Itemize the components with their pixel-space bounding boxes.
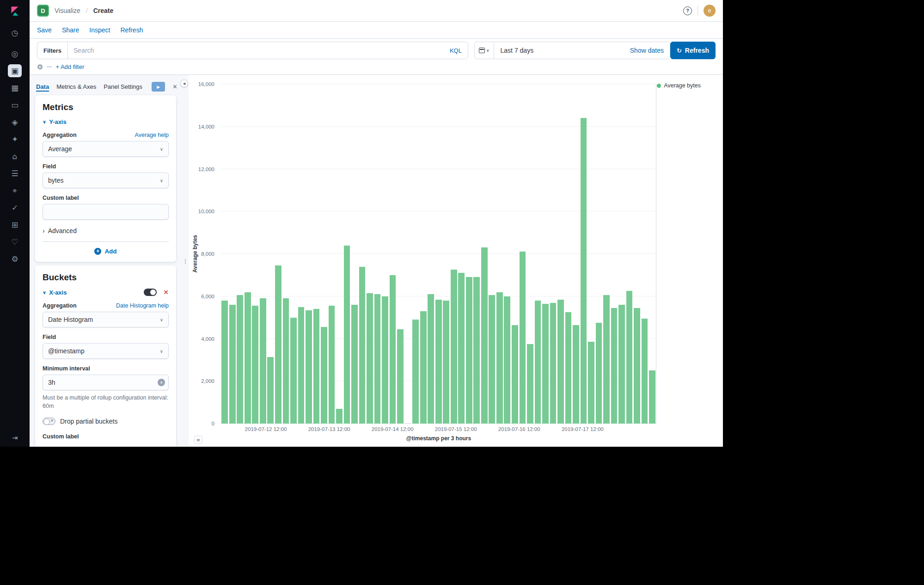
bar[interactable] bbox=[374, 294, 381, 424]
editor-tab-metrics-axes[interactable]: Metrics & Axes bbox=[56, 82, 96, 92]
bar[interactable] bbox=[527, 344, 533, 424]
sidebar-item-dev-tools-icon[interactable]: ⊞ bbox=[8, 218, 22, 231]
space-badge[interactable]: D bbox=[37, 5, 49, 17]
bar[interactable] bbox=[344, 246, 350, 424]
legend-item[interactable]: Average bytes bbox=[657, 82, 701, 89]
sidebar-item-stack-monitoring-icon[interactable]: ♡ bbox=[8, 235, 22, 248]
bar[interactable] bbox=[245, 292, 251, 424]
bar[interactable] bbox=[275, 265, 281, 424]
bar[interactable] bbox=[229, 305, 236, 424]
custom-label-input[interactable] bbox=[43, 204, 169, 220]
bar[interactable] bbox=[618, 305, 625, 424]
bar[interactable] bbox=[596, 323, 602, 424]
calendar-button[interactable]: ∨ bbox=[475, 42, 494, 59]
legend-toggle-button[interactable]: ≡ bbox=[194, 436, 202, 444]
bar[interactable] bbox=[642, 319, 648, 424]
bar[interactable] bbox=[496, 292, 503, 424]
bar[interactable] bbox=[535, 301, 541, 424]
time-range-label[interactable]: Last 7 days bbox=[494, 47, 540, 54]
add-metric-button[interactable]: + Add bbox=[94, 248, 116, 255]
show-dates-button[interactable]: Show dates bbox=[630, 47, 670, 54]
bucket-aggregation-select[interactable]: Date Histogram ∨ bbox=[43, 312, 169, 327]
bar[interactable] bbox=[336, 409, 343, 424]
metric-field-select[interactable]: bytes ∨ bbox=[43, 172, 169, 188]
toolbar-link-save[interactable]: Save bbox=[37, 26, 52, 34]
bar[interactable] bbox=[588, 342, 594, 424]
clear-input-icon[interactable]: ✕ bbox=[158, 379, 165, 386]
bar[interactable] bbox=[313, 309, 320, 424]
toolbar-link-refresh[interactable]: Refresh bbox=[120, 26, 143, 34]
sidebar-item-uptime-icon[interactable]: ✓ bbox=[8, 201, 22, 214]
sidebar-item-machine-learning-icon[interactable]: ✦ bbox=[8, 133, 22, 146]
bar[interactable] bbox=[565, 312, 572, 424]
bar[interactable] bbox=[451, 270, 457, 424]
bar[interactable] bbox=[359, 267, 366, 424]
add-filter-button[interactable]: + Add filter bbox=[55, 63, 84, 70]
remove-bucket-button[interactable]: ✕ bbox=[163, 289, 169, 296]
y-axis-toggle[interactable]: ∨ Y-axis bbox=[43, 118, 67, 125]
bar[interactable] bbox=[237, 295, 243, 424]
bar[interactable] bbox=[290, 318, 297, 424]
bar[interactable] bbox=[649, 370, 655, 424]
minimum-interval-input[interactable] bbox=[43, 375, 169, 390]
avatar[interactable]: e bbox=[704, 5, 716, 17]
editor-tab-panel-settings[interactable]: Panel Settings bbox=[104, 82, 142, 92]
toolbar-link-share[interactable]: Share bbox=[62, 26, 79, 34]
bar[interactable] bbox=[473, 277, 480, 424]
bar[interactable] bbox=[420, 311, 427, 424]
kql-button[interactable]: KQL bbox=[444, 47, 468, 54]
bar[interactable] bbox=[283, 298, 289, 424]
bar[interactable] bbox=[367, 293, 373, 424]
bar[interactable] bbox=[321, 327, 327, 424]
kibana-logo[interactable] bbox=[0, 0, 30, 22]
toolbar-link-inspect[interactable]: Inspect bbox=[89, 26, 110, 34]
editor-tab-data[interactable]: Data bbox=[36, 82, 49, 92]
discard-changes-button[interactable]: ✕ bbox=[172, 83, 177, 90]
breadcrumb-visualize[interactable]: Visualize bbox=[55, 7, 80, 14]
drop-partial-toggle[interactable]: ✕ bbox=[43, 418, 55, 425]
metric-aggregation-select[interactable]: Average ∨ bbox=[43, 141, 169, 157]
bar[interactable] bbox=[557, 300, 564, 424]
sidebar-item-canvas-icon[interactable]: ▭ bbox=[8, 99, 22, 111]
x-axis-toggle[interactable]: ∨ X-axis bbox=[43, 289, 67, 296]
sidebar-item-visualize-icon[interactable]: ▣ bbox=[8, 64, 22, 77]
bar[interactable] bbox=[581, 118, 587, 424]
panel-resizer[interactable]: ⋮ bbox=[182, 75, 189, 447]
bar[interactable] bbox=[512, 325, 518, 424]
bar[interactable] bbox=[412, 320, 419, 424]
bar[interactable] bbox=[329, 306, 335, 424]
bar[interactable] bbox=[550, 303, 557, 424]
sidebar-item-infrastructure-icon[interactable]: ⌂ bbox=[8, 150, 22, 163]
bar[interactable] bbox=[306, 310, 312, 424]
bar[interactable] bbox=[390, 275, 396, 424]
bar[interactable] bbox=[351, 305, 358, 424]
bar[interactable] bbox=[252, 306, 258, 424]
bar[interactable] bbox=[481, 247, 488, 424]
sidebar-item-apm-icon[interactable]: ⌖ bbox=[8, 184, 22, 197]
bar[interactable] bbox=[443, 301, 449, 424]
average-help-link[interactable]: Average help bbox=[135, 132, 169, 138]
bar[interactable] bbox=[267, 357, 274, 424]
bar[interactable] bbox=[626, 291, 633, 424]
bar[interactable] bbox=[382, 296, 388, 424]
bar[interactable] bbox=[397, 329, 404, 424]
sidebar-item-dashboard-icon[interactable]: ▦ bbox=[8, 81, 22, 94]
bar[interactable] bbox=[466, 277, 472, 424]
bar[interactable] bbox=[458, 273, 465, 424]
collapse-editor-button[interactable]: ◀ bbox=[180, 80, 188, 87]
sidebar-item-maps-icon[interactable]: ◈ bbox=[8, 116, 22, 129]
help-icon[interactable]: ? bbox=[683, 6, 692, 15]
bar[interactable] bbox=[542, 304, 549, 424]
date-histogram-help-link[interactable]: Date Histogram help bbox=[116, 302, 169, 309]
sidebar-item-recently-viewed-icon[interactable]: ◷ bbox=[8, 26, 22, 39]
sidebar-item-management-icon[interactable]: ⚙ bbox=[8, 252, 22, 265]
bar[interactable] bbox=[260, 298, 266, 424]
filters-button[interactable]: Filters bbox=[37, 42, 68, 59]
bar[interactable] bbox=[435, 300, 442, 424]
bar[interactable] bbox=[573, 325, 579, 424]
bucket-enabled-toggle[interactable] bbox=[144, 289, 157, 296]
bar[interactable] bbox=[221, 301, 228, 424]
bar[interactable] bbox=[603, 295, 610, 424]
collapse-nav-button[interactable]: ⇥ bbox=[12, 434, 18, 442]
bar[interactable] bbox=[611, 308, 618, 424]
